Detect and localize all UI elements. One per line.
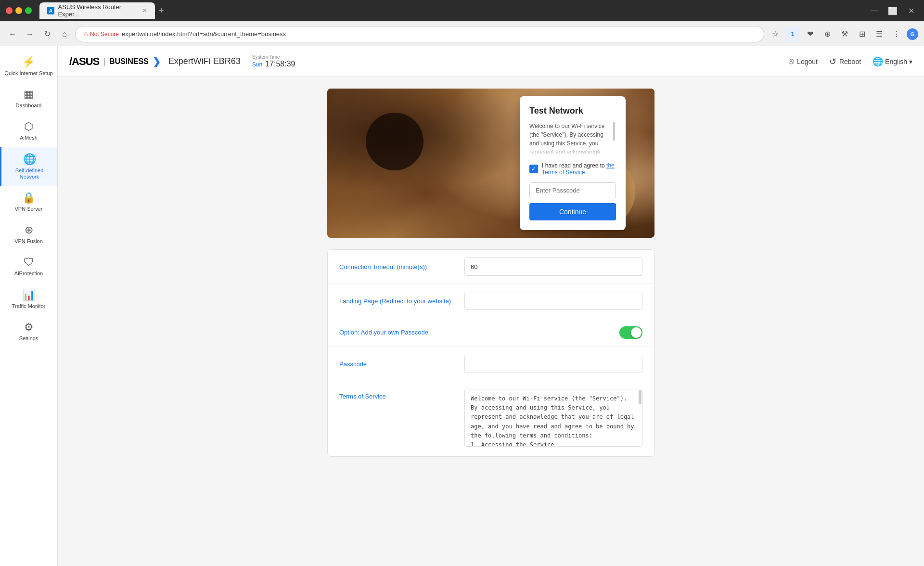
sidebar-item-vpn-server[interactable]: 🔒 VPN Server xyxy=(0,186,57,218)
browser-chrome: A ASUS Wireless Router Exper... ✕ + — ⬜ … xyxy=(0,0,924,46)
connection-timeout-row: Connection Timeout (minute(s)) xyxy=(328,250,654,284)
header-actions: ⎋ Logout ↺ Reboot 🌐 English ▾ xyxy=(789,56,912,67)
landing-page-control xyxy=(464,292,642,310)
extension-button-2[interactable]: ❤ xyxy=(803,27,817,41)
extension-button-5[interactable]: ⊞ xyxy=(855,27,869,41)
extension-button-1[interactable]: 1 xyxy=(785,27,800,41)
app-header: /ASUS | BUSINESS ❯ ExpertWiFi EBR63 Syst… xyxy=(58,46,924,77)
logout-label: Logout xyxy=(797,58,818,65)
bookmark-button[interactable]: ☆ xyxy=(768,27,783,41)
brand-business: BUSINESS xyxy=(109,57,149,66)
brand-chevron: ❯ xyxy=(153,56,161,67)
brand-model: ExpertWiFi EBR63 xyxy=(168,56,241,66)
system-time-day: Sun xyxy=(252,61,262,68)
app-container: ⚡ Quick Internet Setup ▦ Dashboard ⬡ AiM… xyxy=(0,46,924,566)
reboot-icon: ↺ xyxy=(829,56,836,67)
brand-logo: /ASUS xyxy=(69,55,99,68)
landing-page-row: Landing Page (Redirect to your website) xyxy=(328,284,654,318)
url-bar[interactable]: ⚠ Not Secure expertwifi.net/index.html?u… xyxy=(75,26,764,42)
sidebar-label-self-defined-network: Self-defined Network xyxy=(5,167,53,180)
popup-body-text: Welcome to our Wi-Fi service (the "Servi… xyxy=(529,122,616,155)
extension-button-6[interactable]: ☰ xyxy=(872,27,886,41)
sidebar-label-quick-internet-setup: Quick Internet Setup xyxy=(4,70,52,77)
tab-close-button[interactable]: ✕ xyxy=(142,7,147,14)
reload-button[interactable]: ↻ xyxy=(40,27,54,41)
sidebar-item-vpn-fusion[interactable]: ⊕ VPN Fusion xyxy=(0,218,57,250)
form-section: Connection Timeout (minute(s)) Landing P… xyxy=(327,249,654,457)
sidebar-item-traffic-monitor[interactable]: 📊 Traffic Monitor xyxy=(0,283,57,315)
sidebar-label-vpn-server: VPN Server xyxy=(14,206,42,212)
sidebar-label-traffic-monitor: Traffic Monitor xyxy=(12,303,46,309)
sidebar-item-aimesh[interactable]: ⬡ AiMesh xyxy=(0,115,57,147)
popup-scrollbar[interactable] xyxy=(613,122,615,141)
connection-timeout-label: Connection Timeout (minute(s)) xyxy=(339,263,464,270)
reboot-label: Reboot xyxy=(839,58,861,65)
self-defined-network-icon: 🌐 xyxy=(23,153,36,166)
new-tab-button[interactable]: + xyxy=(155,4,168,18)
logout-icon: ⎋ xyxy=(789,56,794,66)
tab-favicon: A xyxy=(47,7,54,14)
tos-label: Terms of Service xyxy=(339,389,464,400)
profile-button[interactable]: G xyxy=(907,28,918,40)
active-tab[interactable]: A ASUS Wireless Router Exper... ✕ xyxy=(39,2,155,19)
tos-text: I have read and agree to the Terms of Se… xyxy=(542,162,616,176)
sidebar-item-settings[interactable]: ⚙ Settings xyxy=(0,315,57,347)
maximize-window-button[interactable] xyxy=(25,7,32,14)
captive-portal-popup: Test Network Welcome to our Wi-Fi servic… xyxy=(520,96,626,230)
warning-icon: ⚠ xyxy=(83,31,89,38)
sidebar-item-dashboard[interactable]: ▦ Dashboard xyxy=(0,82,57,115)
aimesh-icon: ⬡ xyxy=(24,120,33,133)
forward-button[interactable]: → xyxy=(23,27,37,41)
option-passcode-control xyxy=(464,326,642,339)
sidebar-item-self-defined-network[interactable]: 🌐 Self-defined Network xyxy=(0,147,57,186)
passcode-label: Passcode xyxy=(339,360,464,368)
landing-page-input[interactable] xyxy=(464,292,642,310)
settings-icon: ⚙ xyxy=(24,321,34,334)
tos-scrollbar[interactable] xyxy=(639,390,642,404)
connection-timeout-input[interactable] xyxy=(464,257,642,276)
back-button[interactable]: ← xyxy=(6,27,19,41)
reboot-button[interactable]: ↺ Reboot xyxy=(829,56,861,67)
passcode-toggle[interactable] xyxy=(619,326,642,339)
close-btn[interactable]: ✕ xyxy=(904,3,918,18)
home-button[interactable]: ⌂ xyxy=(58,27,71,41)
continue-button[interactable]: Continue xyxy=(529,203,616,220)
passcode-control xyxy=(464,355,642,373)
coffee-cup-decoration xyxy=(366,113,424,170)
browser-actions: ☆ 1 ❤ ⊕ ⚒ ⊞ ☰ ⋮ G xyxy=(768,27,918,41)
toggle-knob xyxy=(631,327,642,338)
address-bar: ← → ↻ ⌂ ⚠ Not Secure expertwifi.net/inde… xyxy=(0,21,924,46)
tos-textarea[interactable]: Welcome to our Wi-Fi service (the "Servi… xyxy=(464,389,642,447)
minimize-btn[interactable]: — xyxy=(867,3,882,18)
page-content: Test Network Welcome to our Wi-Fi servic… xyxy=(58,77,924,566)
sidebar-item-aiprotection[interactable]: 🛡 AiProtection xyxy=(0,250,57,283)
close-window-button[interactable] xyxy=(6,7,13,14)
maximize-btn[interactable]: ⬜ xyxy=(886,3,900,18)
passcode-field[interactable] xyxy=(464,355,642,373)
more-menu-button[interactable]: ⋮ xyxy=(889,27,904,41)
language-selector[interactable]: 🌐 English ▾ xyxy=(873,56,912,67)
extension-button-4[interactable]: ⚒ xyxy=(837,27,852,41)
quick-internet-setup-icon: ⚡ xyxy=(22,56,35,68)
tos-agreement-row: ✓ I have read and agree to the Terms of … xyxy=(529,162,616,176)
preview-card: Test Network Welcome to our Wi-Fi servic… xyxy=(327,89,654,238)
system-time: System Time Sun 17:58:39 xyxy=(252,54,295,68)
passcode-input-field[interactable] xyxy=(529,182,616,198)
language-label: English xyxy=(885,58,907,65)
tos-textarea-wrapper: Welcome to our Wi-Fi service (the "Servi… xyxy=(464,389,642,449)
tos-checkbox[interactable]: ✓ xyxy=(529,165,538,173)
sidebar-item-quick-internet-setup[interactable]: ⚡ Quick Internet Setup xyxy=(0,50,57,82)
minimize-window-button[interactable] xyxy=(15,7,22,14)
main-area: /ASUS | BUSINESS ❯ ExpertWiFi EBR63 Syst… xyxy=(58,46,924,566)
title-bar: A ASUS Wireless Router Exper... ✕ + — ⬜ … xyxy=(0,0,924,21)
popup-title: Test Network xyxy=(529,106,616,116)
traffic-lights xyxy=(6,7,32,14)
passcode-row: Passcode xyxy=(328,347,654,381)
url-text: expertwifi.net/index.html?url=sdn&curren… xyxy=(122,30,286,38)
content-wrapper: Test Network Welcome to our Wi-Fi servic… xyxy=(327,89,654,457)
logout-button[interactable]: ⎋ Logout xyxy=(789,56,818,66)
not-secure-indicator: ⚠ Not Secure xyxy=(83,31,119,38)
tab-title: ASUS Wireless Router Exper... xyxy=(58,3,137,18)
sidebar-label-vpn-fusion: VPN Fusion xyxy=(14,238,43,244)
extension-button-3[interactable]: ⊕ xyxy=(820,27,834,41)
